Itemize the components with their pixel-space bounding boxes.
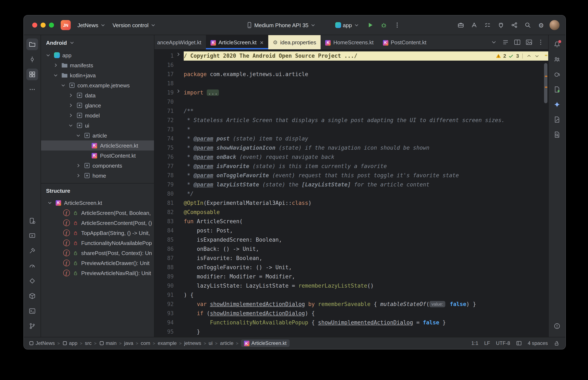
- structure-item-topappbar-string-unit[interactable]: fTopAppBar(String, () -> Unit,: [41, 228, 154, 238]
- emulator-icon[interactable]: [26, 290, 38, 302]
- structure-item-functionalitynotavailablepop[interactable]: fFunctionalityNotAvailablePop: [41, 238, 154, 248]
- project-tree-item-data[interactable]: data: [41, 90, 154, 100]
- project-tree-item-articlescreen-kt[interactable]: KArticleScreen.kt: [41, 140, 154, 151]
- split-editor-icon[interactable]: [514, 39, 521, 46]
- editor-kebab-icon[interactable]: [537, 39, 544, 46]
- resource-manager-icon[interactable]: [551, 84, 563, 95]
- run-button[interactable]: [364, 19, 376, 31]
- next-problem-icon[interactable]: [534, 53, 540, 59]
- project-tree-item-postcontent-kt[interactable]: KPostContent.kt: [41, 151, 154, 161]
- find-icon[interactable]: [551, 129, 563, 140]
- project-tree-item-components[interactable]: components: [41, 161, 154, 171]
- structure-item-articlescreencontent-post[interactable]: fArticleScreenContent(Post, (): [41, 218, 154, 228]
- tab-postcontent-kt[interactable]: KPostContent.kt: [378, 35, 431, 49]
- project-tree-item-com-example-jetnews[interactable]: com.example.jetnews: [41, 80, 154, 90]
- more-tool-window-icon[interactable]: [26, 84, 38, 95]
- file-writable-icon[interactable]: [554, 340, 560, 346]
- breadcrumb-jetnews[interactable]: jetnews: [184, 340, 201, 346]
- project-tree-item-app[interactable]: app: [41, 50, 154, 60]
- project-tree-item-article[interactable]: article: [41, 131, 154, 140]
- breadcrumb-src[interactable]: src: [85, 340, 91, 346]
- structure-item-articlescreen-post-boolean[interactable]: fArticleScreen(Post, Boolean,: [41, 208, 154, 218]
- breadcrumb-app[interactable]: app: [62, 340, 78, 346]
- chevron-down-icon[interactable]: [60, 82, 66, 88]
- breadcrumb-com[interactable]: com: [141, 340, 150, 346]
- project-tree-item-manifests[interactable]: manifests: [41, 60, 154, 70]
- chevron-down-icon[interactable]: [47, 200, 53, 206]
- chevron-right-icon[interactable]: [75, 163, 81, 169]
- structure-item-previewarticledrawer-unit[interactable]: fPreviewArticleDrawer(): Unit: [41, 258, 154, 268]
- project-tree-item-home[interactable]: home: [41, 171, 154, 181]
- device-manager-icon[interactable]: [26, 215, 38, 227]
- tabs-dropdown-icon[interactable]: [490, 39, 497, 46]
- tab-anceappwidget-kt[interactable]: anceAppWidget.kt: [154, 35, 206, 49]
- line-separator[interactable]: LF: [484, 340, 490, 346]
- inspections-widget[interactable]: 2 3: [495, 51, 540, 61]
- chevron-down-icon[interactable]: [53, 72, 59, 78]
- code-editor[interactable]: 1/ Copyright 2020 The Android Open Sourc…: [154, 50, 548, 337]
- previous-problem-icon[interactable]: [526, 53, 532, 59]
- project-tool-window-icon[interactable]: [26, 38, 38, 50]
- device-selector[interactable]: Medium Phone API 35: [243, 20, 319, 31]
- chevron-down-icon[interactable]: [68, 122, 74, 128]
- chevron-right-icon[interactable]: [75, 173, 81, 178]
- breadcrumb-file-chip[interactable]: KArticleScreen.kt: [241, 340, 289, 347]
- chevron-down-icon[interactable]: [75, 133, 81, 138]
- structure-item-sharepost-post-context-un[interactable]: fsharePost(Post, Context): Un: [41, 248, 154, 258]
- preview-icon[interactable]: [526, 39, 532, 46]
- project-tree-item-model[interactable]: model: [41, 110, 154, 120]
- problems-icon[interactable]: [551, 320, 563, 332]
- settings-icon[interactable]: ⚙: [535, 19, 547, 31]
- caret-position[interactable]: 1:1: [471, 340, 478, 346]
- version-control-icon[interactable]: [26, 320, 38, 332]
- running-devices-icon[interactable]: [26, 230, 38, 242]
- open-files-list-icon[interactable]: [502, 39, 509, 46]
- user-avatar[interactable]: [549, 20, 560, 30]
- notifications-icon[interactable]: [551, 38, 563, 50]
- breadcrumb-article[interactable]: article: [220, 340, 233, 346]
- search-icon[interactable]: [522, 19, 534, 31]
- scrollbar-thumb[interactable]: [544, 63, 547, 103]
- structure-root-articlescreen-kt[interactable]: KArticleScreen.kt: [41, 198, 154, 208]
- more-run-options-kebab-icon[interactable]: [391, 19, 403, 31]
- debug-button[interactable]: [378, 19, 389, 31]
- chevron-right-icon[interactable]: [53, 62, 59, 68]
- profiler-icon[interactable]: [26, 260, 38, 272]
- build-icon[interactable]: [26, 245, 38, 257]
- share-icon[interactable]: [508, 19, 520, 31]
- tab-articlescreen-kt[interactable]: KArticleScreen.kt×: [206, 35, 268, 49]
- project-tree-item-kotlin-java[interactable]: kotlin+java: [41, 70, 154, 80]
- terminal-icon[interactable]: [26, 305, 38, 317]
- tab-homescreens-kt[interactable]: KHomeScreens.kt: [321, 35, 378, 49]
- vcs-menu[interactable]: Version control: [109, 20, 160, 30]
- breadcrumb-java[interactable]: java: [124, 340, 133, 346]
- structure-item-previewarticlenavrail-unit[interactable]: fPreviewArticleNavRail(): Unit: [41, 268, 154, 278]
- toolbox-icon[interactable]: [455, 19, 467, 31]
- breadcrumb-jetnews[interactable]: JetNews: [29, 340, 55, 346]
- editor-layout-icon[interactable]: [516, 340, 522, 346]
- editor-scrollbar[interactable]: [544, 51, 548, 337]
- tab-idea-properties[interactable]: ⚙idea.properties: [268, 35, 321, 49]
- project-menu[interactable]: JetNews: [74, 20, 109, 30]
- project-view-selector[interactable]: Android: [41, 35, 154, 50]
- chevron-right-icon[interactable]: [68, 102, 74, 108]
- file-encoding[interactable]: UTF-8: [496, 340, 510, 346]
- plugins-icon[interactable]: [495, 19, 507, 31]
- project-tree-item-ui[interactable]: ui: [41, 120, 154, 131]
- commit-tool-window-icon[interactable]: [26, 54, 38, 65]
- chevron-right-icon[interactable]: [68, 113, 74, 118]
- breadcrumb-main[interactable]: main: [99, 340, 117, 346]
- run-configuration-selector[interactable]: app: [332, 20, 363, 30]
- ai-assistant-icon[interactable]: [468, 19, 480, 31]
- code-with-me-icon[interactable]: [551, 54, 563, 65]
- zoom-window-button[interactable]: [49, 22, 54, 28]
- breadcrumb-example[interactable]: example: [158, 340, 177, 346]
- chevron-down-icon[interactable]: [45, 52, 51, 58]
- indent-style[interactable]: 4 spaces: [528, 340, 548, 346]
- project-tree-item-glance[interactable]: glance: [41, 100, 154, 110]
- minimize-window-button[interactable]: [41, 22, 46, 28]
- checklist-icon[interactable]: [482, 19, 493, 31]
- fold-marker-icon[interactable]: [175, 88, 184, 97]
- project-logo[interactable]: JN: [61, 20, 71, 30]
- layout-inspector-icon[interactable]: [551, 114, 563, 125]
